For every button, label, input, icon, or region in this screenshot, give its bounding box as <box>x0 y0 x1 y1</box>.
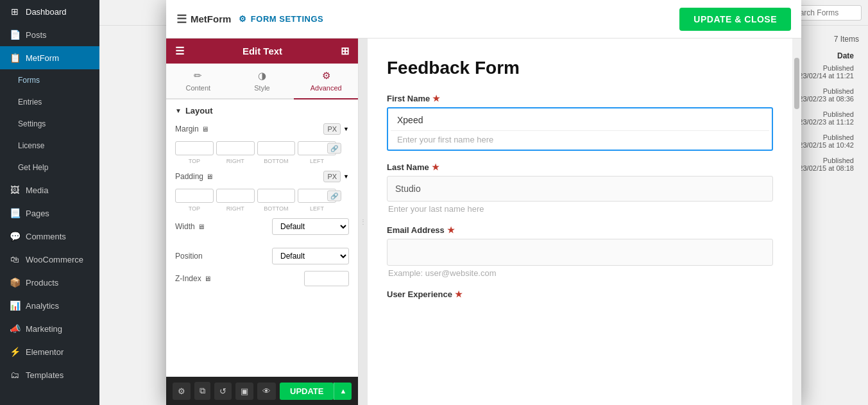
modal-scrollbar[interactable] <box>792 39 801 405</box>
padding-top-input[interactable] <box>175 189 214 203</box>
margin-link-button[interactable]: 🔗 <box>327 143 341 154</box>
resize-handle[interactable]: ⋮ <box>359 39 368 405</box>
sidebar-item-woocommerce[interactable]: 🛍 WooCommerce <box>0 248 99 271</box>
sidebar-item-settings[interactable]: Settings <box>0 113 99 135</box>
last-name-input-container[interactable]: Studio <box>387 176 773 202</box>
width-select[interactable]: Default Custom <box>272 218 349 235</box>
padding-link-button[interactable]: 🔗 <box>327 191 341 202</box>
padding-unit-select[interactable]: PX ▼ <box>323 171 349 182</box>
email-field-group: Email Address ★ Example: user@website.co… <box>387 225 773 278</box>
sidebar-label-analytics: Analytics <box>26 301 59 311</box>
update-dropdown-button[interactable]: ▲ <box>334 383 352 400</box>
form-title: Feedback Form <box>387 58 773 78</box>
sidebar-label-templates: Templates <box>26 370 64 380</box>
sidebar-item-products[interactable]: 📦 Products <box>0 271 99 294</box>
sidebar-item-elementor[interactable]: ⚡ Elementor <box>0 340 99 363</box>
edit-panel-title: Edit Text <box>243 46 282 56</box>
margin-label-left: LEFT <box>298 158 336 164</box>
sidebar-label-marketing: Marketing <box>26 324 62 334</box>
email-label-text: Email Address <box>387 225 445 235</box>
preview-footer-icon-btn[interactable]: 👁 <box>257 383 276 400</box>
edit-panel: ☰ Edit Text ⊞ ✏ Content ◑ <box>166 39 359 405</box>
last-name-field-group: Last Name ★ Studio Enter your last name … <box>387 162 773 214</box>
margin-inputs: 🔗 <box>175 141 336 155</box>
sidebar-label-woocommerce: WooCommerce <box>26 255 83 264</box>
sidebar-item-templates[interactable]: 🗂 Templates <box>0 363 99 386</box>
margin-unit-select[interactable]: PX ▼ <box>323 123 349 135</box>
margin-labels: TOP RIGHT BOTTOM LEFT <box>175 158 336 164</box>
sidebar-item-media[interactable]: 🖼 Media <box>0 178 99 202</box>
grid-icon[interactable]: ⊞ <box>341 45 349 57</box>
sidebar-item-analytics[interactable]: 📊 Analytics <box>0 294 99 317</box>
sidebar-item-comments[interactable]: 💬 Comments <box>0 225 99 248</box>
edit-panel-header: ☰ Edit Text ⊞ <box>166 39 358 64</box>
margin-right-input[interactable] <box>216 141 255 155</box>
last-name-value: Studio <box>395 184 421 194</box>
update-close-button[interactable]: UPDATE & CLOSE <box>679 8 791 31</box>
tab-style[interactable]: ◑ Style <box>230 64 294 99</box>
layout-section-title: Layout <box>185 106 213 116</box>
z-index-input[interactable] <box>304 271 349 286</box>
logo-bars-icon: ☰ <box>176 12 187 26</box>
sidebar-item-posts[interactable]: 📄 Posts <box>0 23 99 46</box>
modal-body: ☰ Edit Text ⊞ ✏ Content ◑ <box>166 39 801 405</box>
media-icon: 🖼 <box>9 185 21 195</box>
user-experience-field-group: User Experience ★ <box>387 289 773 299</box>
sidebar-item-pages[interactable]: 📃 Pages <box>0 202 99 225</box>
edit-panel-tabs: ✏ Content ◑ Style ⚙ Advanced <box>166 64 358 99</box>
sidebar-item-marketing[interactable]: 📣 Marketing <box>0 317 99 340</box>
padding-unit-chevron: ▼ <box>343 173 349 180</box>
first-name-placeholder: Enter your first name here <box>391 130 769 148</box>
tab-content-label: Content <box>186 84 211 92</box>
padding-labels: TOP RIGHT BOTTOM LEFT <box>175 205 336 212</box>
update-button[interactable]: UPDATE <box>280 383 334 400</box>
padding-unit-badge[interactable]: PX <box>323 171 341 182</box>
padding-label-bottom: BOTTOM <box>257 205 296 212</box>
hamburger-icon[interactable]: ☰ <box>175 45 184 57</box>
width-label: Width 🖥 <box>175 222 205 231</box>
sidebar-item-gethelp[interactable]: Get Help <box>0 157 99 178</box>
sidebar: ⊞ Dashboard 📄 Posts 📋 MetForm Forms Entr… <box>0 0 99 405</box>
sidebar-label-dashboard: Dashboard <box>26 7 67 17</box>
width-row: Width 🖥 Default Custom <box>175 218 349 235</box>
z-index-label-text: Z-Index <box>175 274 201 283</box>
top-bar-left: ☰ MetForm ⚙ FORM SETTINGS <box>176 12 323 26</box>
email-input-container[interactable] <box>387 239 773 266</box>
form-settings-button[interactable]: ⚙ FORM SETTINGS <box>239 14 323 24</box>
first-name-label-text: First Name <box>387 94 430 103</box>
sidebar-item-license[interactable]: License <box>0 135 99 157</box>
sidebar-item-metform[interactable]: 📋 MetForm <box>0 46 99 69</box>
margin-unit-badge[interactable]: PX <box>323 123 341 135</box>
metform-icon: 📋 <box>9 53 21 63</box>
first-name-input-container[interactable]: Xpeed Enter your first name here <box>387 107 773 151</box>
tab-advanced[interactable]: ⚙ Advanced <box>294 64 358 99</box>
sidebar-item-entries[interactable]: Entries <box>0 91 99 113</box>
user-experience-label: User Experience ★ <box>387 289 773 299</box>
first-name-label: First Name ★ <box>387 94 773 103</box>
monitor-icon-zindex: 🖥 <box>204 275 211 282</box>
edit-panel-body: ▼ Layout Margin 🖥 PX <box>166 99 358 377</box>
first-name-value: Xpeed <box>391 110 769 130</box>
layers-footer-icon-btn[interactable]: ⧉ <box>194 382 210 400</box>
email-required: ★ <box>447 225 455 235</box>
history-footer-icon-btn[interactable]: ↺ <box>214 383 232 400</box>
sidebar-label-elementor: Elementor <box>26 347 64 357</box>
tab-content[interactable]: ✏ Content <box>166 64 230 99</box>
margin-bottom-input[interactable] <box>257 141 296 155</box>
z-index-label: Z-Index 🖥 <box>175 274 211 283</box>
width-label-text: Width <box>175 222 195 231</box>
padding-bottom-input[interactable] <box>257 189 296 203</box>
position-select[interactable]: Default Absolute Fixed <box>272 248 349 264</box>
sidebar-item-dashboard[interactable]: ⊞ Dashboard <box>0 0 99 23</box>
sidebar-label-license: License <box>18 141 44 150</box>
responsive-footer-icon-btn[interactable]: ▣ <box>235 383 253 400</box>
padding-right-input[interactable] <box>216 189 255 203</box>
elementor-icon: ⚡ <box>9 347 21 357</box>
monitor-icon-padding: 🖥 <box>206 173 213 180</box>
templates-icon: 🗂 <box>9 370 21 380</box>
margin-top-input[interactable] <box>175 141 214 155</box>
sidebar-label-entries: Entries <box>18 98 42 107</box>
sidebar-item-forms[interactable]: Forms <box>0 69 99 91</box>
modal-container: ☰ MetForm ⚙ FORM SETTINGS UPDATE & CLOSE <box>99 0 868 405</box>
settings-footer-icon-btn[interactable]: ⚙ <box>173 383 191 400</box>
